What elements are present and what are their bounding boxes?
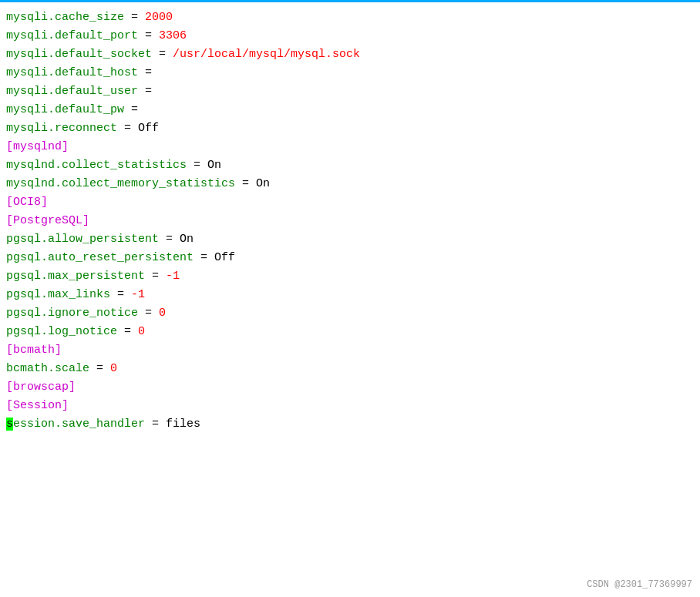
code-line: pgsql.ignore_notice = 0 <box>6 304 694 323</box>
code-line: mysqli.default_socket = /usr/local/mysql… <box>6 45 694 64</box>
code-line: [mysqlnd] <box>6 138 694 156</box>
code-line: mysqli.default_user = <box>6 82 694 101</box>
code-line: [OCI8] <box>6 193 694 212</box>
code-line: mysqli.cache_size = 2000 <box>6 8 694 27</box>
code-line: mysqli.default_port = 3306 <box>6 27 694 45</box>
code-block: mysqli.cache_size = 2000mysqli.default_p… <box>6 8 694 434</box>
code-line: [browscap] <box>6 378 694 397</box>
code-line: pgsql.allow_persistent = On <box>6 230 694 249</box>
code-line: bcmath.scale = 0 <box>6 360 694 378</box>
code-line: [PostgreSQL] <box>6 212 694 230</box>
code-line: pgsql.log_notice = 0 <box>6 323 694 341</box>
code-line: pgsql.max_links = -1 <box>6 286 694 304</box>
code-line: pgsql.max_persistent = -1 <box>6 267 694 286</box>
code-line: [Session] <box>6 397 694 415</box>
code-line: mysqli.reconnect = Off <box>6 119 694 138</box>
code-line: mysqli.default_host = <box>6 64 694 82</box>
code-line: [bcmath] <box>6 341 694 360</box>
code-container: mysqli.cache_size = 2000mysqli.default_p… <box>0 0 700 597</box>
code-line: pgsql.auto_reset_persistent = Off <box>6 249 694 267</box>
code-line: mysqlnd.collect_statistics = On <box>6 156 694 175</box>
code-line: session.save_handler = files <box>6 415 694 434</box>
code-line: mysqlnd.collect_memory_statistics = On <box>6 175 694 193</box>
code-line: mysqli.default_pw = <box>6 101 694 119</box>
watermark: CSDN @2301_77369997 <box>587 578 692 592</box>
